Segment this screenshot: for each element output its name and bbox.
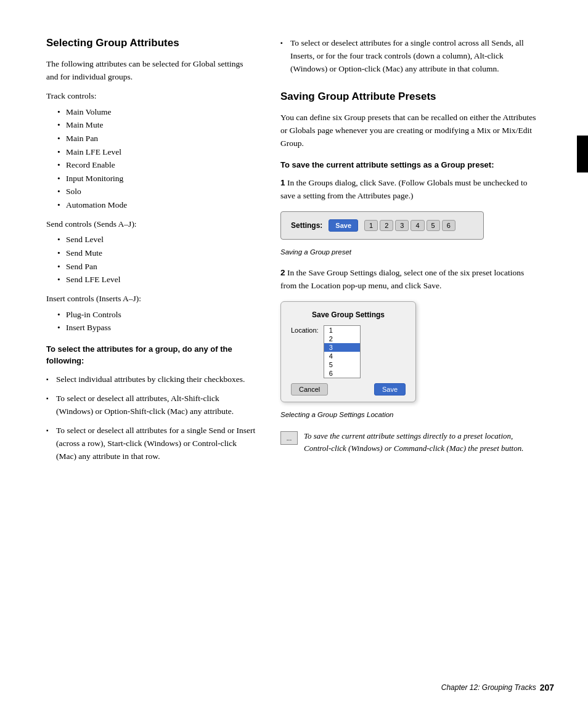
left-column: Selecting Group Attributes The following… bbox=[46, 37, 256, 677]
footer-page: 207 bbox=[540, 683, 554, 692]
location-option-6[interactable]: 6 bbox=[324, 369, 360, 378]
right-column: To select or deselect attributes for a s… bbox=[280, 37, 554, 677]
insert-controls-label: Insert controls (Inserts A–J): bbox=[46, 293, 256, 306]
right-bold-instruction: To save the current attribute settings a… bbox=[280, 159, 542, 171]
step1-number: 1 bbox=[280, 178, 285, 187]
list-item: Automation Mode bbox=[57, 198, 256, 212]
content-area: Selecting Group Attributes The following… bbox=[0, 0, 588, 714]
preset-save-button[interactable]: Save bbox=[329, 219, 358, 232]
track-controls-label: Track controls: bbox=[46, 90, 256, 103]
list-item: Send LFE Level bbox=[57, 273, 256, 286]
note-icon: ... bbox=[280, 431, 298, 445]
dialog-cancel-button[interactable]: Cancel bbox=[291, 383, 328, 396]
list-item: Main Volume bbox=[57, 105, 256, 119]
list-item: Record Enable bbox=[57, 158, 256, 172]
location-option-4[interactable]: 4 bbox=[324, 352, 360, 360]
left-bullet2: To select or deselect all attributes, Al… bbox=[46, 392, 256, 418]
page: Selecting Group Attributes The following… bbox=[0, 0, 588, 714]
step1-text: In the Groups dialog, click Save. (Follo… bbox=[280, 178, 527, 200]
location-option-5[interactable]: 5 bbox=[324, 360, 360, 369]
step2-number: 2 bbox=[280, 268, 285, 277]
left-intro: The following attributes can be selected… bbox=[46, 58, 256, 84]
insert-controls-list: Plug-in Controls Insert Bypass bbox=[46, 308, 256, 335]
location-dropdown[interactable]: 1 2 3 4 5 6 bbox=[324, 325, 361, 378]
list-item: Send Mute bbox=[57, 246, 256, 260]
location-option-2[interactable]: 2 bbox=[324, 335, 360, 343]
footer: Chapter 12: Grouping Tracks 207 bbox=[441, 683, 554, 692]
list-item: Send Level bbox=[57, 233, 256, 246]
right-heading: Saving Group Attribute Presets bbox=[280, 91, 542, 103]
note-box: ... To save the current attribute settin… bbox=[280, 430, 542, 461]
step2-text: In the Save Group Settings dialog, selec… bbox=[280, 268, 524, 290]
preset-num-2[interactable]: 2 bbox=[380, 220, 393, 231]
location-option-3[interactable]: 3 bbox=[324, 343, 360, 352]
caption1: Saving a Group preset bbox=[280, 247, 542, 258]
list-item: Main Mute bbox=[57, 118, 256, 132]
preset-num-1[interactable]: 1 bbox=[364, 220, 378, 231]
list-item: Send Pan bbox=[57, 260, 256, 274]
caption2: Selecting a Group Settings Location bbox=[280, 410, 542, 421]
preset-number-buttons: 1 2 3 4 5 6 bbox=[364, 220, 455, 231]
chapter-tab bbox=[577, 136, 588, 172]
list-item: Insert Bypass bbox=[57, 321, 256, 335]
footer-chapter: Chapter 12: Grouping Tracks bbox=[441, 683, 536, 692]
note-text: To save the current attribute settings d… bbox=[304, 430, 542, 455]
left-bullet1: Select individual attributes by clicking… bbox=[46, 373, 256, 386]
right-bullet-top: To select or deselect attributes for a s… bbox=[280, 37, 542, 76]
preset-num-5[interactable]: 5 bbox=[427, 220, 440, 231]
left-heading: Selecting Group Attributes bbox=[46, 37, 256, 49]
preset-num-6[interactable]: 6 bbox=[442, 220, 455, 231]
dialog-title: Save Group Settings bbox=[291, 310, 406, 319]
save-group-settings-dialog: Save Group Settings Location: 1 2 3 4 5 … bbox=[280, 301, 416, 402]
list-item: Main Pan bbox=[57, 132, 256, 145]
send-controls-list: Send Level Send Mute Send Pan Send LFE L… bbox=[46, 233, 256, 286]
track-controls-list: Main Volume Main Mute Main Pan Main LFE … bbox=[46, 105, 256, 212]
dialog-location-row: Location: 1 2 3 4 5 6 bbox=[291, 325, 406, 378]
dialog-buttons: Cancel Save bbox=[291, 383, 406, 396]
left-bold-instruction: To select the attributes for a group, do… bbox=[46, 343, 256, 367]
preset-ui-mockup: Settings: Save 1 2 3 4 5 6 bbox=[280, 211, 484, 240]
list-item: Plug-in Controls bbox=[57, 308, 256, 322]
preset-num-4[interactable]: 4 bbox=[410, 220, 424, 231]
list-item: Solo bbox=[57, 185, 256, 198]
preset-num-3[interactable]: 3 bbox=[395, 220, 409, 231]
list-item: Input Monitoring bbox=[57, 172, 256, 185]
send-controls-label: Send controls (Sends A–J): bbox=[46, 218, 256, 231]
step2-block: 2 In the Save Group Settings dialog, sel… bbox=[280, 267, 542, 293]
left-bullet3: To select or deselect all attributes for… bbox=[46, 424, 256, 463]
dialog-save-button[interactable]: Save bbox=[374, 383, 406, 396]
location-option-1[interactable]: 1 bbox=[324, 326, 360, 335]
step1-block: 1 In the Groups dialog, click Save. (Fol… bbox=[280, 177, 542, 203]
right-intro: You can define six Group presets that ca… bbox=[280, 112, 542, 150]
preset-settings-label: Settings: bbox=[291, 221, 322, 230]
list-item: Main LFE Level bbox=[57, 145, 256, 159]
dialog-location-label: Location: bbox=[291, 325, 319, 334]
